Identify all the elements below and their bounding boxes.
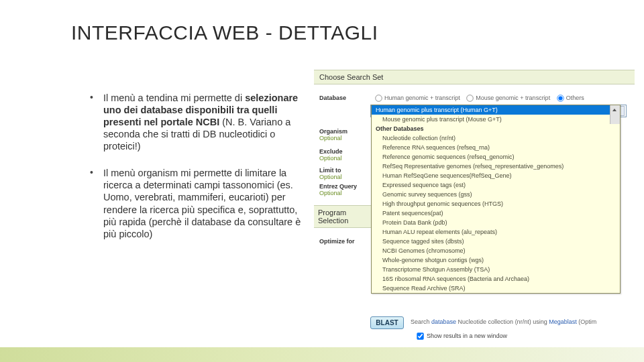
link-megablast[interactable]: Megablast	[549, 318, 577, 325]
label-optimize: Optimize for	[319, 238, 355, 245]
database-dropdown[interactable]: Human genomic plus transcript (Human G+T…	[371, 105, 621, 294]
dropdown-item[interactable]: Patent sequences(pat)	[372, 208, 620, 218]
label-limit-optional: Optional	[319, 174, 370, 180]
dropdown-item[interactable]: Nucleotide collection (nr/nt)	[372, 133, 620, 143]
link-database[interactable]: database	[431, 318, 456, 325]
label-entrez: Entrez Query	[319, 183, 370, 190]
footer-summary: Search database Nucleotide collection (n…	[411, 318, 636, 325]
dropdown-item[interactable]: Transcriptome Shotgun Assembly (TSA)	[372, 265, 620, 274]
dropdown-item[interactable]: 16S ribosomal RNA sequences (Bacteria an…	[372, 274, 620, 284]
dropdown-item[interactable]: Expressed sequence tags (est)	[372, 180, 620, 190]
dropdown-item[interactable]: Human ALU repeat elements (alu_repeats)	[372, 227, 620, 237]
bullet-list: Il menù a tendina mi permette di selezio…	[63, 92, 310, 255]
dropdown-item[interactable]: Human RefSeqGene sequences(RefSeq_Gene)	[372, 171, 620, 180]
label-organism: Organism	[319, 128, 370, 135]
radio-others[interactable]	[557, 95, 564, 101]
radio-mouse[interactable]	[467, 95, 474, 101]
new-window-checkbox[interactable]	[417, 333, 423, 339]
dropdown-item[interactable]: Human genomic plus transcript (Human G+T…	[372, 105, 620, 115]
blast-button[interactable]: BLAST	[370, 316, 404, 329]
dropdown-item[interactable]: RefSeq Representative genomes (refseq_re…	[372, 162, 620, 171]
dropdown-item[interactable]: NCBI Genomes (chromosome)	[372, 246, 620, 255]
bullet-1: Il menù a tendina mi permette di selezio…	[90, 92, 310, 153]
dropdown-item[interactable]: Sequence tagged sites (dbsts)	[372, 237, 620, 246]
dropdown-item[interactable]: Mouse genomic plus transcript (Mouse G+T…	[372, 115, 620, 124]
dropdown-item[interactable]: Reference genomic sequences (refseq_geno…	[372, 152, 620, 162]
slide-title: INTERFACCIA WEB - DETTAGLI	[71, 21, 378, 44]
dropdown-item[interactable]: Other Databases	[372, 124, 620, 133]
label-organism-optional: Optional	[319, 135, 370, 141]
dropdown-item[interactable]: High throughput genomic sequences (HTGS)	[372, 199, 620, 208]
dropdown-item[interactable]: Reference RNA sequences (refseq_rna)	[372, 143, 620, 152]
database-radios[interactable]: Human genomic + transcript Mouse genomic…	[370, 95, 584, 101]
label-entrez-optional: Optional	[319, 190, 370, 196]
radio-human[interactable]	[375, 95, 382, 101]
dropdown-item[interactable]: Genomic survey sequences (gss)	[372, 190, 620, 199]
label-limit: Limit to	[319, 167, 370, 174]
label-exclude-optional: Optional	[319, 155, 370, 162]
new-window-label: Show results in a new window	[427, 333, 507, 339]
label-exclude: Exclude	[319, 148, 370, 155]
dropdown-item[interactable]: Whole-genome shotgun contigs (wgs)	[372, 255, 620, 265]
footer-band	[0, 347, 644, 362]
section-search-set: Choose Search Set	[314, 70, 635, 84]
dropdown-item[interactable]: Protein Data Bank (pdb)	[372, 218, 620, 227]
section-program: Program Selection	[314, 205, 377, 228]
bullet-2: Il menù organism mi permette di limitare…	[90, 167, 310, 240]
dropdown-item[interactable]: Sequence Read Archive (SRA)	[372, 284, 620, 293]
footer-checkbox-row: Show results in a new window	[413, 330, 507, 343]
label-database: Database	[319, 95, 346, 101]
